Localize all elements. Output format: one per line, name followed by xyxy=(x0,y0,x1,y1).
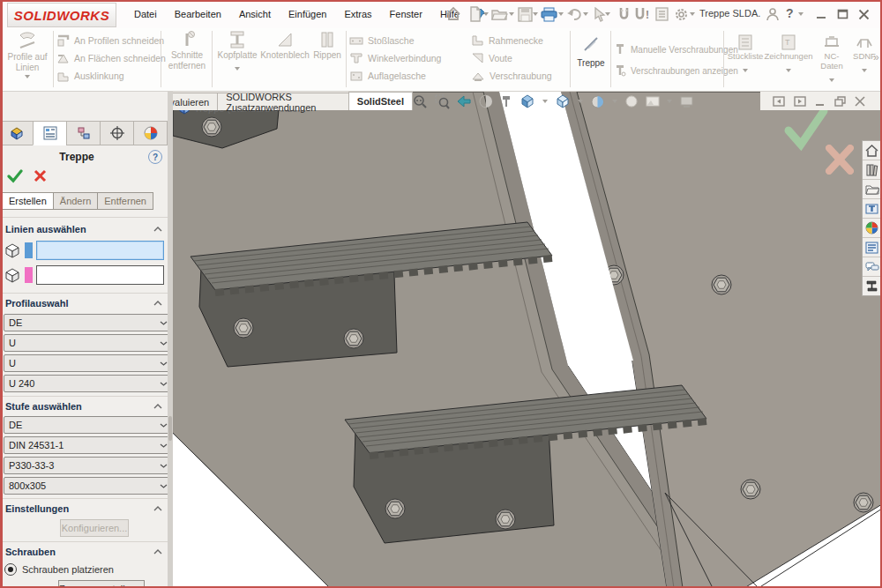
tab-zusatzanwendungen[interactable]: SOLIDWORKS Zusatzanwendungen xyxy=(217,93,349,110)
ribbon-knotenblech-button[interactable]: Knotenblech xyxy=(261,30,309,88)
profil-typ-select[interactable]: U xyxy=(4,334,173,352)
display-style-dropdown[interactable] xyxy=(578,100,583,103)
dock-left-icon[interactable] xyxy=(773,96,785,107)
maximize-icon[interactable] xyxy=(833,5,851,23)
dimxpertmanager-tab[interactable] xyxy=(100,121,134,145)
konfigurieren-button[interactable]: Konfigurieren... xyxy=(60,519,129,537)
taskpane-library-button[interactable] xyxy=(863,160,881,180)
minimize-doc-icon[interactable] xyxy=(815,96,826,107)
ribbon-schnitte-entfernen-button[interactable]: Schnitte entfernen xyxy=(164,30,210,88)
profile-auf-linien-dropdown[interactable] xyxy=(25,75,30,78)
stueckliste-dropdown[interactable] xyxy=(743,69,748,72)
print-dropdown[interactable] xyxy=(558,12,564,16)
viewport-canvas[interactable] xyxy=(173,92,882,588)
close-icon[interactable] xyxy=(855,5,872,23)
ribbon-an-flaechen-schneiden-button[interactable]: An Flächen schneiden xyxy=(56,49,166,67)
save-icon[interactable] xyxy=(516,5,534,23)
new-document-icon[interactable] xyxy=(467,5,484,23)
task-list-icon[interactable] xyxy=(653,5,670,23)
zeichnungen-dropdown[interactable] xyxy=(786,69,791,72)
ribbon-stueckliste-button[interactable]: Stückliste xyxy=(726,30,765,88)
taskpane-home-button[interactable] xyxy=(863,141,881,160)
section-view-icon[interactable] xyxy=(479,94,493,108)
zoom-area-icon[interactable] xyxy=(435,94,450,109)
ribbon-profile-auf-linien-button[interactable]: Profile auf Linien xyxy=(4,30,51,88)
taskpane-custom-properties-button[interactable] xyxy=(863,238,881,257)
collapse-chevron-icon[interactable] xyxy=(153,549,162,555)
schrauben-platzieren-radio[interactable] xyxy=(4,563,17,576)
ribbon-voute-button[interactable]: Voute xyxy=(471,49,552,67)
stufe-typ-select[interactable]: P330-33-3 xyxy=(4,457,173,474)
ribbon-overflow-button[interactable]: » xyxy=(873,51,879,63)
taskpane-workshop-button[interactable] xyxy=(863,199,881,219)
taskpane-forum-button[interactable] xyxy=(863,257,881,277)
new-document-dropdown[interactable] xyxy=(483,12,489,16)
section-profil-header[interactable]: Profilauswahl xyxy=(5,298,162,309)
ribbon-ausklinkung-button[interactable]: Ausklinkung xyxy=(56,67,166,85)
menu-einfuegen[interactable]: Einfügen xyxy=(285,7,330,21)
help-dropdown[interactable] xyxy=(798,12,804,16)
displaymanager-tab[interactable] xyxy=(133,121,168,145)
save-dropdown[interactable] xyxy=(533,12,538,16)
collapse-chevron-icon[interactable] xyxy=(153,506,162,511)
mode-tab-aendern[interactable]: Ändern xyxy=(53,192,98,210)
undo-dropdown[interactable] xyxy=(583,12,588,16)
ribbon-treppe-button[interactable]: Treppe xyxy=(573,30,609,88)
menu-extras[interactable]: Extras xyxy=(340,7,375,21)
open-dropdown[interactable] xyxy=(509,12,514,16)
display-style-icon[interactable] xyxy=(555,93,571,109)
collapse-chevron-icon[interactable] xyxy=(153,404,162,409)
ribbon-zeichnungen-button[interactable]: T Zeichnungen xyxy=(766,30,811,88)
panel-help-icon[interactable]: ? xyxy=(148,150,162,164)
menu-ansicht[interactable]: Ansicht xyxy=(235,7,274,21)
dock-right-icon[interactable] xyxy=(794,96,806,107)
view-orientation-dropdown[interactable] xyxy=(542,100,548,103)
mode-tab-entfernen[interactable]: Entfernen xyxy=(97,192,153,210)
ribbon-kopfplatte-button[interactable]: Kopfplatte xyxy=(215,30,259,88)
sdnf-dropdown[interactable] xyxy=(862,69,867,72)
collapse-chevron-icon[interactable] xyxy=(153,227,162,232)
magnet-icon[interactable] xyxy=(615,5,632,23)
line-selection-input-1[interactable] xyxy=(36,241,164,260)
mode-tab-erstellen[interactable]: Erstellen xyxy=(2,192,54,210)
user-icon[interactable] xyxy=(764,5,781,23)
ribbon-auflagelasche-button[interactable]: Auflagelasche xyxy=(349,67,441,85)
section-einstellungen-header[interactable]: Einstellungen xyxy=(5,503,162,514)
stufe-norm-select[interactable]: DE xyxy=(4,416,173,434)
tab-solidsteel[interactable]: SolidSteel xyxy=(348,92,413,110)
propertymanager-tab[interactable] xyxy=(33,121,67,145)
settings-dropdown[interactable] xyxy=(690,12,695,16)
hide-show-items-icon[interactable] xyxy=(590,94,605,109)
ribbon-an-profilen-schneiden-button[interactable]: An Profilen schneiden xyxy=(56,32,166,49)
ribbon-nc-daten-button[interactable]: NC-Daten xyxy=(813,30,850,88)
section-linien-header[interactable]: Linien auswählen xyxy=(5,224,162,234)
view-settings-icon[interactable] xyxy=(679,95,694,108)
ribbon-rippen-button[interactable]: Rippen xyxy=(310,30,344,88)
collapse-chevron-icon[interactable] xyxy=(153,301,162,306)
section-stufe-header[interactable]: Stufe auswählen xyxy=(5,401,162,412)
configurationmanager-tab[interactable] xyxy=(66,121,101,145)
open-icon[interactable] xyxy=(490,5,508,23)
print-icon[interactable] xyxy=(540,5,557,23)
select-cursor-dropdown[interactable] xyxy=(605,12,610,16)
home-icon[interactable] xyxy=(445,5,462,23)
view-orientation-icon[interactable] xyxy=(519,93,535,109)
nc-daten-dropdown[interactable] xyxy=(829,78,834,82)
menu-datei[interactable]: Datei xyxy=(131,7,161,21)
menu-bearbeiten[interactable]: Bearbeiten xyxy=(171,7,225,21)
zoom-fit-icon[interactable] xyxy=(413,94,428,109)
previous-view-icon[interactable] xyxy=(457,95,472,108)
profil-reihe-select[interactable]: U xyxy=(4,354,173,372)
menu-fenster[interactable]: Fenster xyxy=(386,7,426,21)
edit-appearance-icon[interactable] xyxy=(624,94,639,108)
settings-gear-icon[interactable] xyxy=(672,5,690,23)
taskpane-solidsteel-button[interactable] xyxy=(863,277,881,295)
ribbon-verschraubungen-anzeigen-button[interactable]: Verschraubungen anzeigen xyxy=(614,60,738,81)
ribbon-rahmenecke-button[interactable]: Rahmenecke xyxy=(471,32,552,49)
cancel-x-icon[interactable] xyxy=(34,169,47,183)
ribbon-stosslasche-button[interactable]: Stoßlasche xyxy=(349,32,441,49)
ribbon-manuelle-verschraubungen-button[interactable]: Manuelle Verschraubungen xyxy=(614,39,738,60)
taskpane-folder-button[interactable] xyxy=(863,180,881,199)
profil-norm-select[interactable]: DE xyxy=(4,314,173,331)
stufe-din-select[interactable]: DIN 24531-1 xyxy=(4,436,173,454)
